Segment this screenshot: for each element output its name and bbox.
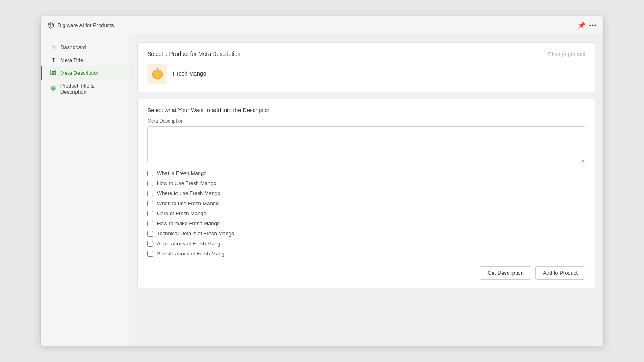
- checkbox-label-1: How to Use Fresh Mango: [157, 180, 216, 186]
- more-options-icon[interactable]: •••: [589, 22, 597, 29]
- checkbox-8[interactable]: [147, 251, 153, 257]
- svg-point-5: [53, 87, 54, 88]
- sidebar-item-meta-description-label: Meta Description: [60, 70, 100, 76]
- product-title-icon: [50, 86, 56, 93]
- checkbox-item-1[interactable]: How to Use Fresh Mango: [147, 180, 585, 186]
- checkbox-label-4: Care of Fresh Mango: [157, 210, 206, 216]
- sidebar: ⌂ Dashboard T Meta Title Meta Desc: [41, 34, 129, 346]
- title-bar: Digiware AI for Products 📌 •••: [41, 16, 603, 34]
- action-row: Get Description Add to Product: [147, 266, 585, 280]
- title-bar-left: Digiware AI for Products: [47, 22, 114, 29]
- get-description-button[interactable]: Get Description: [480, 266, 531, 280]
- sidebar-item-product-title-desc[interactable]: Product Title & Description: [41, 80, 129, 98]
- checkbox-label-2: Where to use Fresh Mango: [157, 190, 221, 196]
- sidebar-item-meta-title-label: Meta Title: [60, 57, 83, 63]
- checkbox-5[interactable]: [147, 221, 153, 226]
- checkbox-2[interactable]: [147, 191, 153, 196]
- title-bar-actions: 📌 •••: [578, 21, 597, 29]
- checkbox-label-5: How to make Fresh Mango: [157, 220, 220, 226]
- dashboard-icon: ⌂: [50, 44, 56, 50]
- checkbox-item-6[interactable]: Technical Details of Fresh Mango: [147, 230, 585, 237]
- product-selector-card: Select a Product for Meta Description Ch…: [137, 42, 595, 92]
- checkbox-item-2[interactable]: Where to use Fresh Mango: [147, 190, 585, 196]
- checkbox-0[interactable]: [147, 171, 153, 176]
- app-logo-icon: [47, 22, 54, 29]
- title-bar-title: Digiware AI for Products: [58, 22, 114, 28]
- meta-description-textarea[interactable]: [147, 126, 585, 162]
- product-row: Fresh Mango: [147, 64, 585, 84]
- checkbox-label-8: Specifications of Fresh Mango: [157, 251, 227, 257]
- meta-title-icon: T: [50, 57, 56, 63]
- meta-description-icon: [50, 70, 56, 76]
- sidebar-item-meta-title[interactable]: T Meta Title: [41, 53, 129, 66]
- add-to-product-button[interactable]: Add to Product: [535, 266, 585, 280]
- checkbox-label-3: When to use Fresh Mango: [157, 200, 219, 206]
- main-layout: ⌂ Dashboard T Meta Title Meta Desc: [41, 34, 603, 346]
- checkbox-4[interactable]: [147, 211, 153, 216]
- sidebar-item-dashboard[interactable]: ⌂ Dashboard: [41, 41, 129, 53]
- checkbox-list: What is Fresh Mango How to Use Fresh Man…: [147, 170, 585, 257]
- change-product-link[interactable]: Change product: [548, 51, 585, 57]
- product-selector-title: Select a Product for Meta Description: [147, 51, 241, 57]
- checkbox-label-0: What is Fresh Mango: [157, 170, 207, 176]
- checkbox-item-3[interactable]: When to use Fresh Mango: [147, 200, 585, 206]
- product-name: Fresh Mango: [173, 70, 206, 77]
- checkbox-3[interactable]: [147, 201, 153, 206]
- checkbox-1[interactable]: [147, 181, 153, 186]
- checkbox-label-6: Technical Details of Fresh Mango: [157, 230, 234, 237]
- description-section-title: Select what Your Want to add into the De…: [147, 107, 585, 113]
- checkbox-item-7[interactable]: Applications of Fresh Mango: [147, 241, 585, 247]
- meta-description-label: Meta Description: [147, 118, 585, 124]
- checkbox-6[interactable]: [147, 231, 153, 237]
- sidebar-item-meta-description[interactable]: Meta Description: [41, 66, 129, 80]
- checkbox-label-7: Applications of Fresh Mango: [157, 241, 223, 247]
- svg-point-4: [51, 86, 56, 91]
- checkbox-item-4[interactable]: Care of Fresh Mango: [147, 210, 585, 216]
- checkbox-item-0[interactable]: What is Fresh Mango: [147, 170, 585, 176]
- content-area: Select a Product for Meta Description Ch…: [129, 34, 603, 346]
- checkbox-item-8[interactable]: Specifications of Fresh Mango: [147, 251, 585, 257]
- checkbox-7[interactable]: [147, 241, 153, 247]
- product-selector-header: Select a Product for Meta Description Ch…: [147, 51, 585, 57]
- description-card: Select what Your Want to add into the De…: [137, 99, 595, 288]
- sidebar-item-product-title-desc-label: Product Title & Description: [60, 83, 121, 95]
- product-image: [147, 64, 167, 84]
- sidebar-item-dashboard-label: Dashboard: [60, 44, 86, 50]
- app-window: Digiware AI for Products 📌 ••• ⌂ Dashboa…: [40, 16, 604, 346]
- pin-icon[interactable]: 📌: [578, 21, 586, 29]
- checkbox-item-5[interactable]: How to make Fresh Mango: [147, 220, 585, 226]
